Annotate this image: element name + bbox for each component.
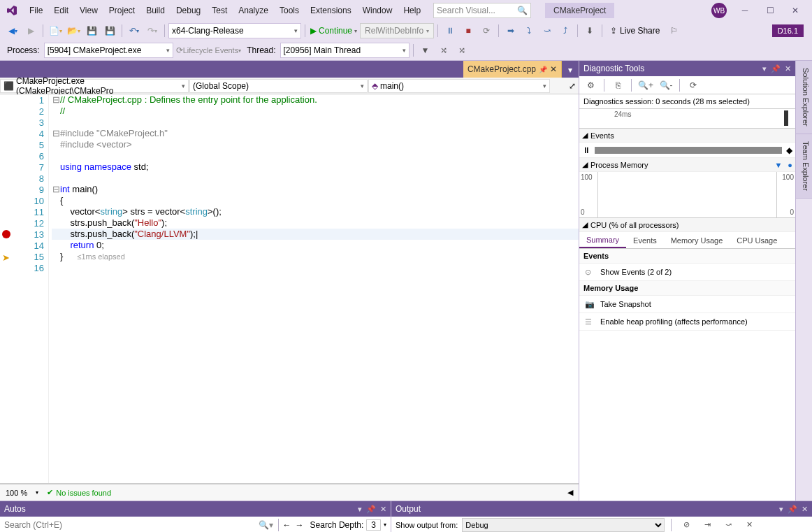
step-into-button[interactable]: ⤵ xyxy=(521,23,537,38)
diag-show-events[interactable]: ⊙Show Events (2 of 2) xyxy=(579,264,795,281)
panel-pin-icon[interactable]: 📌 xyxy=(366,505,376,514)
output-wordwrap-icon[interactable]: ⇥ xyxy=(699,517,716,533)
menu-tools[interactable]: Tools xyxy=(274,3,305,18)
nav-fwd-button[interactable]: ▶ xyxy=(22,23,39,38)
menu-help[interactable]: Help xyxy=(398,3,426,18)
window-minimize[interactable]: ─ xyxy=(732,2,757,19)
diag-cpu-header[interactable]: ◢CPU (% of all processors) xyxy=(579,218,795,232)
menu-build[interactable]: Build xyxy=(140,3,171,18)
diag-tab-memory-usage[interactable]: Memory Usage xyxy=(664,232,730,248)
diag-tab-events[interactable]: Events xyxy=(626,232,664,248)
show-next-stmt-button[interactable]: ➡ xyxy=(502,23,519,38)
pin-icon[interactable]: 📌 xyxy=(539,66,547,73)
output-goto-icon[interactable]: ⤻ xyxy=(720,517,737,533)
save-all-button[interactable]: 💾 xyxy=(101,23,118,38)
navbar-project-combo[interactable]: ⬛CMakeProject.exe (CMakeProject\CMakePro… xyxy=(0,79,189,93)
diag-zoomin-icon[interactable]: 🔍+ xyxy=(637,78,655,93)
config-dropdown[interactable]: x64-Clang-Release▾ xyxy=(168,23,301,38)
menu-edit[interactable]: Edit xyxy=(48,3,74,18)
vtab-solution-explorer[interactable]: Solution Explorer xyxy=(796,61,812,134)
split-icon[interactable]: ⤢ xyxy=(566,81,579,91)
menu-view[interactable]: View xyxy=(74,3,103,18)
memory-chart[interactable]: 1000 1000 xyxy=(579,172,795,218)
intellitrace-button[interactable]: ⬇ xyxy=(581,23,598,38)
menu-file[interactable]: File xyxy=(24,3,48,18)
stop-button[interactable]: ■ xyxy=(460,23,477,38)
menu-test[interactable]: Test xyxy=(206,3,233,18)
nav-back-button[interactable]: ◀▾ xyxy=(4,23,21,38)
diag-zoomout-icon[interactable]: 🔍- xyxy=(658,78,674,93)
close-tab-icon[interactable]: ✕ xyxy=(550,64,557,74)
scroll-left-icon[interactable]: ◀ xyxy=(567,488,573,497)
process-dropdown[interactable]: [5904] CMakeProject.exe▾ xyxy=(44,43,173,58)
vtab-team-explorer[interactable]: Team Explorer xyxy=(796,134,812,199)
undo-button[interactable]: ↶▾ xyxy=(126,23,143,38)
continue-button[interactable]: ▶ Continue ▾ xyxy=(309,23,358,38)
memory-snapshot-icon[interactable]: ▼ xyxy=(774,161,782,169)
panel-close-icon[interactable]: ✕ xyxy=(802,505,808,514)
diag-heap-profiling[interactable]: ☰Enable heap profiling (affects performa… xyxy=(579,313,795,331)
menu-extensions[interactable]: Extensions xyxy=(305,3,357,18)
user-badge[interactable]: WB xyxy=(711,3,727,18)
memory-gc-icon[interactable]: ● xyxy=(788,161,792,169)
startup-project-button[interactable]: CMakeProject xyxy=(545,3,614,18)
autos-search-input[interactable] xyxy=(0,517,256,532)
open-button[interactable]: 📂▾ xyxy=(65,23,82,38)
editor-body[interactable]: ⊟// CMakeProject.cpp : Defines the entry… xyxy=(49,94,579,483)
reldebinfo-dropdown[interactable]: RelWithDebInfo▾ xyxy=(360,23,434,38)
diag-tab-cpu-usage[interactable]: CPU Usage xyxy=(730,232,784,248)
output-clear2-icon[interactable]: ✕ xyxy=(741,517,757,533)
panel-close-icon[interactable]: ✕ xyxy=(380,505,386,514)
vs-logo-icon[interactable] xyxy=(4,3,20,18)
redo-button[interactable]: ↷▾ xyxy=(144,23,161,38)
depth-value[interactable]: 3 xyxy=(366,519,381,531)
search-prev-icon[interactable]: ← xyxy=(281,520,293,530)
output-from-select[interactable]: Debug xyxy=(462,518,665,532)
menu-project[interactable]: Project xyxy=(103,3,140,18)
live-share-button[interactable]: ⇪Live Share xyxy=(606,26,664,36)
panel-menu-icon[interactable]: ▾ xyxy=(762,64,767,73)
window-maximize[interactable]: ☐ xyxy=(757,2,783,19)
thread-dropdown[interactable]: [20956] Main Thread▾ xyxy=(280,43,409,58)
diag-timeline[interactable]: 24ms xyxy=(579,109,795,129)
panel-menu-icon[interactable]: ▾ xyxy=(358,505,362,514)
editor-gutter[interactable]: 1234567891011121314➤1516 xyxy=(0,94,49,483)
menu-window[interactable]: Window xyxy=(357,3,398,18)
tab-overflow-icon[interactable]: ▾ xyxy=(562,62,579,78)
diag-settings-icon[interactable]: ⚙ xyxy=(582,78,599,93)
panel-menu-icon[interactable]: ▾ xyxy=(779,505,783,514)
search-clear-icon[interactable]: 🔍▾ xyxy=(256,520,276,530)
diag-select-tools-icon[interactable]: ⎘ xyxy=(609,78,626,93)
pause-icon[interactable]: ⏸ xyxy=(582,145,590,155)
diag-reset-icon[interactable]: ⟳ xyxy=(685,78,702,93)
feedback-icon[interactable]: ⚐ xyxy=(665,23,682,38)
restart-button[interactable]: ⟳ xyxy=(478,23,495,38)
filter-icon[interactable]: ▼ xyxy=(417,43,434,58)
navbar-scope-combo[interactable]: (Global Scope)▾ xyxy=(189,79,368,93)
lifecycle-button[interactable]: ⟳ Lifecycle Events ▾ xyxy=(175,43,242,58)
menu-analyze[interactable]: Analyze xyxy=(233,3,274,18)
save-button[interactable]: 💾 xyxy=(83,23,100,38)
step-out-button[interactable]: ⤴ xyxy=(557,23,574,38)
issues-indicator[interactable]: ✔No issues found xyxy=(47,488,111,497)
window-close[interactable]: ✕ xyxy=(783,2,808,19)
pause-button[interactable]: ⏸ xyxy=(442,23,458,38)
stack-icon[interactable]: ⤭ xyxy=(435,43,452,58)
panel-pin-icon[interactable]: 📌 xyxy=(771,64,781,73)
panel-pin-icon[interactable]: 📌 xyxy=(788,505,797,514)
navbar-member-combo[interactable]: ⬘main()▾ xyxy=(368,79,550,93)
diag-take-snapshot[interactable]: 📷Take Snapshot xyxy=(579,296,795,313)
menu-debug[interactable]: Debug xyxy=(171,3,206,18)
search-next-icon[interactable]: → xyxy=(293,520,306,530)
diag-tab-summary[interactable]: Summary xyxy=(579,232,626,248)
quick-search[interactable]: Search Visual... 🔍 xyxy=(433,3,531,18)
step-over-button[interactable]: ⤻ xyxy=(539,23,556,38)
output-clear-icon[interactable]: ⊘ xyxy=(678,517,695,533)
diag-events-header[interactable]: ◢Events xyxy=(579,129,795,143)
stackframe-icon[interactable]: ⤮ xyxy=(454,43,470,58)
editor-tab[interactable]: CMakeProject.cpp 📌 ✕ xyxy=(463,61,562,78)
panel-close-icon[interactable]: ✕ xyxy=(785,64,791,73)
new-project-button[interactable]: 📄▾ xyxy=(47,23,64,38)
zoom-level[interactable]: 100 % xyxy=(6,489,27,497)
diag-memory-header[interactable]: ◢Process Memory ▼ ● xyxy=(579,158,795,172)
